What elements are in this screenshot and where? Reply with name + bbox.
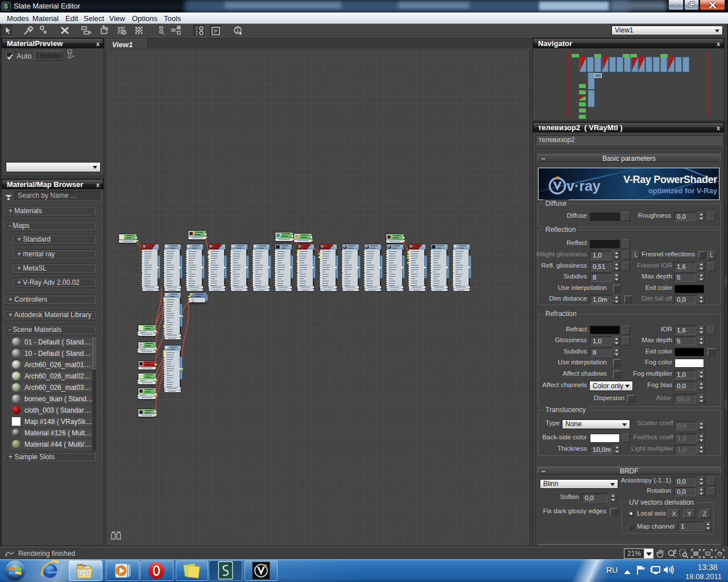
svg-text:v·ray: v·ray — [566, 178, 601, 194]
svg-text:P: P — [214, 28, 218, 34]
